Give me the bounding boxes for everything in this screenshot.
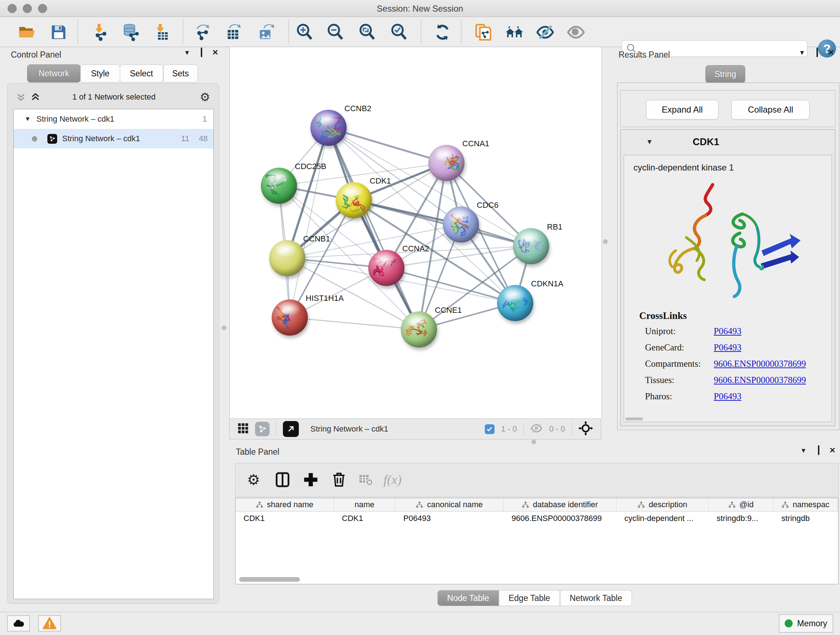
node-label: CCNB2 bbox=[344, 104, 371, 113]
network-canvas[interactable]: CCNB2CCNA1CDC25BCDK1CDC6RB1CCNB1CCNA2CDK… bbox=[229, 47, 602, 418]
control-panel-title: Control Panel bbox=[11, 50, 61, 60]
grid-view-icon[interactable] bbox=[238, 423, 248, 435]
network-selection-status: 1 of 1 Network selected bbox=[52, 92, 175, 102]
tab-edge-table[interactable]: Edge Table bbox=[499, 590, 560, 606]
tab-network-table[interactable]: Network Table bbox=[560, 590, 632, 606]
table-options-gear-icon[interactable]: ⚙ bbox=[243, 469, 264, 491]
protein-description: cyclin-dependent kinase 1 bbox=[633, 163, 734, 173]
open-in-window-icon[interactable] bbox=[283, 421, 299, 437]
network-node-hist1h1a[interactable] bbox=[272, 299, 308, 336]
crosslink-link[interactable]: 9606.ENSP00000378699 bbox=[714, 375, 806, 385]
tab-network[interactable]: Network bbox=[27, 65, 81, 82]
column-header-shared-name[interactable]: shared name bbox=[235, 498, 334, 511]
panel-close-icon[interactable]: ✕ bbox=[826, 445, 838, 456]
column-header-name[interactable]: name bbox=[334, 498, 395, 511]
panel-float-icon[interactable] bbox=[195, 47, 208, 58]
zoom-in-icon[interactable] bbox=[295, 23, 314, 42]
export-table-icon[interactable] bbox=[224, 23, 242, 42]
table-cell: cyclin-dependent ... bbox=[616, 514, 709, 523]
left-splitter-grip[interactable] bbox=[222, 325, 226, 330]
show-all-icon[interactable] bbox=[567, 23, 585, 42]
crosslink-link[interactable]: P06493 bbox=[714, 326, 741, 336]
column-header-description[interactable]: description bbox=[616, 498, 709, 511]
node-label: HIST1H1A bbox=[306, 294, 344, 303]
export-network-icon[interactable] bbox=[193, 23, 212, 42]
network-node-ccna1[interactable] bbox=[428, 145, 464, 181]
tab-select[interactable]: Select bbox=[120, 65, 163, 82]
network-node-ccnb2[interactable] bbox=[310, 110, 347, 146]
panel-collapse-icon[interactable]: ▾ bbox=[797, 445, 810, 456]
warning-button[interactable] bbox=[38, 616, 61, 631]
panel-collapse-icon[interactable]: ▾ bbox=[796, 47, 808, 58]
node-count: 11 bbox=[181, 134, 189, 143]
network-node-cdc6[interactable] bbox=[443, 206, 479, 242]
open-session-icon[interactable] bbox=[17, 23, 36, 42]
pan-crosshair-icon[interactable] bbox=[578, 421, 593, 437]
section-expander-icon[interactable]: ▼ bbox=[646, 138, 653, 146]
column-header-@id[interactable]: @id bbox=[709, 498, 774, 511]
tab-style[interactable]: Style bbox=[80, 65, 120, 82]
network-options-gear-icon[interactable]: ⚙ bbox=[200, 90, 210, 104]
zoom-fit-icon[interactable] bbox=[358, 23, 377, 42]
selected-checkbox-icon[interactable] bbox=[485, 424, 494, 434]
save-session-icon[interactable] bbox=[49, 23, 68, 42]
node-table: shared namenamecanonical namedatabase id… bbox=[235, 498, 838, 584]
refresh-icon[interactable] bbox=[433, 23, 452, 42]
delete-table-icon bbox=[355, 469, 377, 491]
network-node-cdk1[interactable] bbox=[336, 182, 372, 218]
zoom-out-icon[interactable] bbox=[326, 23, 345, 42]
delete-column-icon[interactable] bbox=[328, 469, 350, 491]
crosslink-link[interactable]: 9606.ENSP00000378699 bbox=[714, 359, 806, 369]
import-network-database-icon[interactable] bbox=[122, 23, 141, 42]
export-image-icon[interactable] bbox=[256, 23, 275, 42]
cytoscape-window: Session: New Session bbox=[0, 0, 840, 635]
zoom-selected-icon[interactable] bbox=[390, 23, 409, 42]
toolbar-separator bbox=[523, 422, 524, 436]
network-node-cdkn1a[interactable] bbox=[497, 285, 533, 321]
network-node-ccne1[interactable] bbox=[401, 311, 437, 348]
toolbar-separator bbox=[77, 20, 78, 43]
cloud-button[interactable] bbox=[7, 616, 30, 631]
tab-node-table[interactable]: Node Table bbox=[437, 590, 499, 606]
right-splitter-grip[interactable] bbox=[603, 239, 608, 244]
network-node-ccnb1[interactable] bbox=[269, 240, 305, 276]
import-network-file-icon[interactable] bbox=[90, 23, 109, 42]
memory-button[interactable]: Memory bbox=[779, 614, 833, 632]
network-row[interactable]: String Network – cdk1 11 48 bbox=[14, 129, 213, 149]
network-collection-row[interactable]: ▼ String Network – cdk1 1 bbox=[14, 109, 213, 129]
hide-selected-icon[interactable] bbox=[536, 23, 554, 42]
crosslink-link[interactable]: P06493 bbox=[714, 342, 741, 352]
results-scrollbar-thumb[interactable] bbox=[625, 417, 643, 420]
panel-close-icon[interactable]: ✕ bbox=[209, 47, 221, 58]
import-table-file-icon[interactable] bbox=[152, 23, 171, 42]
table-cell: stringdb:9... bbox=[709, 514, 774, 523]
expand-all-networks-icon[interactable] bbox=[30, 92, 41, 104]
panel-collapse-icon[interactable]: ▾ bbox=[181, 47, 193, 58]
show-columns-icon[interactable] bbox=[272, 469, 294, 491]
tab-sets[interactable]: Sets bbox=[163, 65, 198, 82]
network-node-ccna2[interactable] bbox=[368, 250, 404, 286]
protein-section: ▼ CDK1 cyclin-dependent kinase 1 bbox=[621, 129, 835, 426]
crosslink-link[interactable]: P06493 bbox=[714, 391, 741, 401]
collapse-all-networks-icon[interactable] bbox=[16, 92, 27, 104]
first-neighbors-icon[interactable] bbox=[505, 23, 524, 42]
network-node-rb1[interactable] bbox=[513, 228, 549, 264]
panel-close-icon[interactable]: ✕ bbox=[825, 47, 837, 58]
add-column-icon[interactable] bbox=[300, 469, 322, 491]
table-row[interactable]: CDK1CDK1P064939606.ENSP00000378699cyclin… bbox=[235, 511, 838, 525]
collapse-all-button[interactable]: Collapse All bbox=[731, 100, 810, 119]
network-overview-icon[interactable] bbox=[255, 422, 270, 436]
network-node-cdc25b[interactable] bbox=[261, 168, 297, 204]
panel-float-icon[interactable] bbox=[811, 47, 823, 58]
expand-all-button[interactable]: Expand All bbox=[646, 100, 718, 119]
tree-expander-icon[interactable]: ▼ bbox=[25, 116, 31, 123]
column-header-namespac[interactable]: namespac bbox=[774, 498, 838, 511]
network-status-dot-icon bbox=[32, 136, 37, 141]
column-header-database-identifier[interactable]: database identifier bbox=[504, 498, 616, 511]
tab-string[interactable]: String bbox=[706, 65, 745, 83]
clone-network-icon[interactable] bbox=[474, 23, 493, 42]
column-header-canonical-name[interactable]: canonical name bbox=[395, 498, 504, 511]
crosslink-label: Tissues: bbox=[645, 375, 714, 385]
panel-float-icon[interactable] bbox=[813, 445, 825, 456]
table-scrollbar-thumb[interactable] bbox=[239, 577, 300, 582]
